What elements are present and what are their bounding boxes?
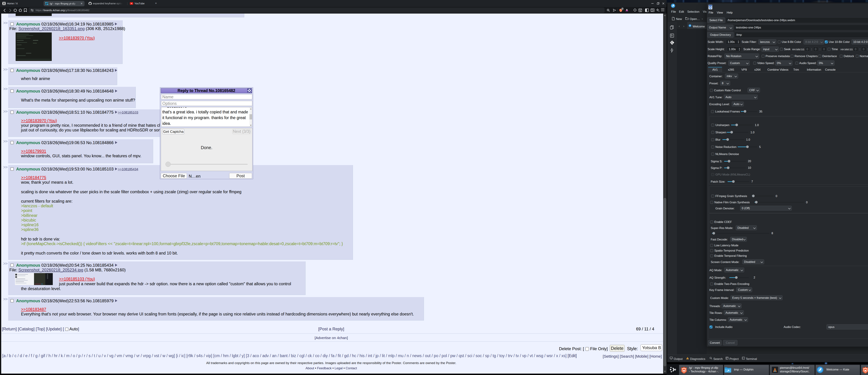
svg-text:FFmpeg: FFmpeg — [709, 5, 712, 6]
